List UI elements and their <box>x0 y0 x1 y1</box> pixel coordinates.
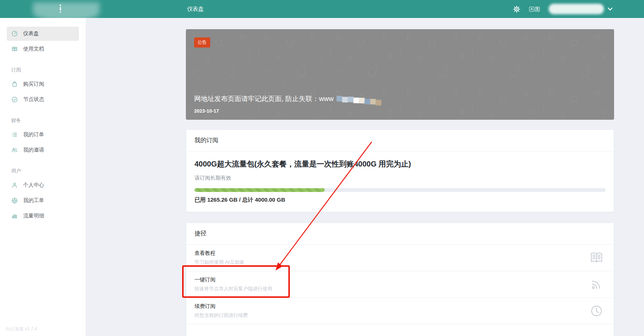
language-button[interactable]: A 文 <box>529 7 540 12</box>
traffic-progress-bar <box>194 188 605 192</box>
people-icon <box>11 147 18 153</box>
sidebar-item-label: 我的邀请 <box>23 147 44 153</box>
person-icon <box>11 182 18 189</box>
sidebar-item-docs[interactable]: 使用文档 <box>7 42 79 56</box>
lifebuoy-icon <box>11 197 18 204</box>
main-content: 公告 网地址发布页面请牢记此页面, 防止失联：www 2023-10-17 我的… <box>86 18 644 336</box>
shortcut-title: 续费订阅 <box>194 303 605 310</box>
shortcut-subtitle: 快速将节点导入对应客户端进行使用 <box>194 285 605 292</box>
logo-mark-icon <box>60 4 61 13</box>
announcement-message-text: 网地址发布页面请牢记此页面, 防止失联：www <box>194 94 334 103</box>
gear-icon <box>513 6 520 13</box>
progress-fill <box>194 188 325 192</box>
clock-icon <box>589 303 604 318</box>
announcement-message: 网地址发布页面请牢记此页面, 防止失联：www <box>194 94 381 103</box>
sidebar-item-label: 使用文档 <box>23 46 44 52</box>
dashboard-icon <box>11 30 18 37</box>
shortcut-row-cutoff <box>186 324 614 336</box>
rss-icon <box>589 277 604 292</box>
page-title: 仪表盘 <box>187 0 204 18</box>
list-icon <box>11 131 18 138</box>
sidebar-item-dashboard[interactable]: 仪表盘 <box>7 27 79 41</box>
app-window: 仪表盘 A 文 <box>0 0 644 336</box>
sidebar-item-traffic-details[interactable]: 流量明细 <box>7 209 79 223</box>
announcement-badge: 公告 <box>194 37 210 48</box>
sidebar-item-buy-subscription[interactable]: 购买订阅 <box>7 77 79 91</box>
shortcuts-card-title: 捷径 <box>186 223 614 245</box>
sidebar-item-my-orders[interactable]: 我的订单 <box>7 128 79 142</box>
sidebar-item-label: 我的工单 <box>23 197 44 204</box>
topbar-actions: A 文 <box>513 0 613 18</box>
shortcut-title: 查看教程 <box>194 250 605 257</box>
sidebar-item-label: 流量明细 <box>23 213 44 219</box>
sidebar-section-subscription: 订阅 <box>11 67 86 73</box>
sidebar-section-finance: 财务 <box>11 117 86 124</box>
topbar: 仪表盘 A 文 <box>0 0 644 18</box>
sidebar-item-label: 仪表盘 <box>23 30 39 37</box>
shortcut-subtitle: 对您当前的订阅进行续费 <box>194 312 605 319</box>
book-icon <box>11 46 18 52</box>
announcement-banner[interactable]: 公告 网地址发布页面请牢记此页面, 防止失联：www 2023-10-17 <box>186 29 614 120</box>
doodle-pattern <box>186 29 614 120</box>
subscription-card-title: 我的订阅 <box>186 130 614 152</box>
shortcut-title: 一键订阅 <box>194 277 605 283</box>
sidebar: 仪表盘 使用文档 订阅 购买订阅 节点状态 财务 <box>0 18 86 336</box>
book-open-icon <box>589 250 604 265</box>
sidebar-item-label: 我的订单 <box>23 131 44 138</box>
avatar <box>549 4 604 14</box>
plan-validity: 该订阅长期有效 <box>194 175 605 181</box>
shortcuts-card: 捷径 查看教程 学习如何使用 AI云加速 一键订阅 快速将节点导入对应客户端进行… <box>186 223 614 336</box>
translate-icon-cjk: 文 <box>535 7 540 12</box>
sidebar-item-my-invites[interactable]: 我的邀请 <box>7 143 79 157</box>
shortcut-view-tutorial[interactable]: 查看教程 学习如何使用 AI云加速 <box>186 245 614 271</box>
sidebar-item-label: 节点状态 <box>23 96 44 103</box>
subscription-card: 我的订阅 4000G超大流量包(永久套餐，流量是一次性到账4000G 用完为止)… <box>186 129 614 212</box>
sidebar-item-label: 个人中心 <box>23 182 44 189</box>
sidebar-section-user: 用户 <box>11 168 86 174</box>
translate-icon: A 文 <box>529 7 540 12</box>
shopping-bag-icon <box>11 81 18 88</box>
app-logo[interactable] <box>33 2 99 21</box>
chevron-down-icon <box>608 7 613 11</box>
plan-name: 4000G超大流量包(永久套餐，流量是一次性到账4000G 用完为止) <box>194 159 605 169</box>
bar-chart-icon <box>11 213 18 219</box>
translate-icon-latin: A <box>529 7 534 12</box>
check-circle-icon <box>11 96 18 103</box>
traffic-usage-text: 已用 1265.26 GB / 总计 4000.00 GB <box>194 196 605 204</box>
app-version: AI云加速 v1.7.4 <box>6 326 37 332</box>
censored-url <box>337 95 381 102</box>
sidebar-item-profile[interactable]: 个人中心 <box>7 178 79 192</box>
announcement-date: 2023-10-17 <box>194 108 219 114</box>
sidebar-item-node-status[interactable]: 节点状态 <box>7 92 79 107</box>
sidebar-item-label: 购买订阅 <box>23 81 44 88</box>
user-menu[interactable] <box>549 4 613 14</box>
shortcut-one-click-subscribe[interactable]: 一键订阅 快速将节点导入对应客户端进行使用 <box>186 271 614 298</box>
shortcut-renew-subscription[interactable]: 续费订阅 对您当前的订阅进行续费 <box>186 298 614 324</box>
settings-button[interactable] <box>513 6 520 13</box>
sidebar-item-my-tickets[interactable]: 我的工单 <box>7 193 79 208</box>
shortcut-subtitle: 学习如何使用 AI云加速 <box>194 259 605 266</box>
